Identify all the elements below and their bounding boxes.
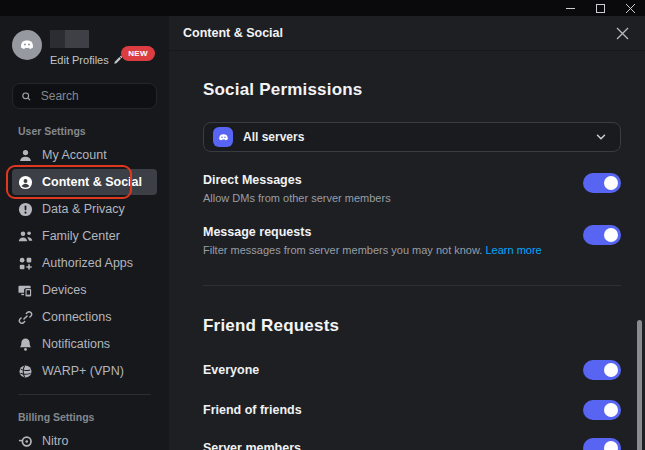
message-requests-toggle[interactable] <box>583 225 621 245</box>
sidebar-item-label: Content & Social <box>42 175 142 189</box>
friend-requests-heading: Friend Requests <box>203 316 621 336</box>
sidebar-item-nitro[interactable]: Nitro <box>12 428 157 450</box>
sidebar-item-family-center[interactable]: Family Center <box>12 223 157 249</box>
discord-icon <box>213 127 233 147</box>
setting-row-direct-messages: Direct Messages Allow DMs from other ser… <box>203 173 621 204</box>
row-title: Everyone <box>203 363 567 377</box>
apps-icon <box>18 256 33 271</box>
toggle-knob <box>604 228 618 242</box>
setting-row-everyone: Everyone <box>203 360 621 380</box>
friend-of-friends-toggle[interactable] <box>583 400 621 420</box>
maximize-icon[interactable] <box>585 0 615 16</box>
row-title: Friend of friends <box>203 403 567 417</box>
social-permissions-heading: Social Permissions <box>203 80 621 100</box>
people-icon <box>18 229 33 244</box>
setting-row-server-members: Server members <box>203 438 621 450</box>
everyone-toggle[interactable] <box>583 360 621 380</box>
new-badge: NEW <box>121 46 155 61</box>
content-header: Content & Social <box>169 16 645 50</box>
server-members-toggle[interactable] <box>583 438 621 450</box>
username-redacted <box>50 30 123 48</box>
devices-icon <box>18 283 33 298</box>
section-label-user-settings: User Settings <box>18 125 157 137</box>
sidebar-item-label: Authorized Apps <box>42 256 133 270</box>
sidebar-item-label: Data & Privacy <box>42 202 125 216</box>
link-icon <box>18 310 33 325</box>
nitro-icon <box>18 434 33 449</box>
sidebar-item-label: My Account <box>42 148 107 162</box>
sidebar-item-notifications[interactable]: Notifications <box>12 331 157 357</box>
scrollbar-thumb[interactable] <box>637 320 642 450</box>
direct-messages-toggle[interactable] <box>583 173 621 193</box>
row-subtitle: Filter messages from server members you … <box>203 244 567 256</box>
sidebar-divider <box>18 394 151 395</box>
content-body: Social Permissions All servers <box>169 50 645 450</box>
sidebar-item-content-and-social[interactable]: Content & Social <box>12 169 157 195</box>
sidebar-item-label: WARP+ (VPN) <box>42 364 124 378</box>
profile-info: Edit Profiles <box>50 30 123 66</box>
sidebar-item-label: Devices <box>42 283 86 297</box>
minimize-icon[interactable] <box>555 0 585 16</box>
sidebar-item-devices[interactable]: Devices <box>12 277 157 303</box>
server-filter-select[interactable]: All servers <box>203 122 621 152</box>
row-title: Server members <box>203 441 567 450</box>
setting-row-friend-of-friends: Friend of friends <box>203 400 621 420</box>
learn-more-link[interactable]: Learn more <box>485 244 541 256</box>
settings-sidebar: Edit Profiles NEW User Settings <box>0 16 169 450</box>
row-title: Direct Messages <box>203 173 567 187</box>
exclamation-circle-icon <box>18 202 33 217</box>
edit-profiles-button[interactable]: Edit Profiles <box>50 54 123 66</box>
sidebar-item-authorized-apps[interactable]: Authorized Apps <box>12 250 157 276</box>
row-subtitle: Allow DMs from other server members <box>203 192 567 204</box>
setting-row-message-requests: Message requests Filter messages from se… <box>203 225 621 256</box>
person-icon <box>18 148 33 163</box>
search-box[interactable] <box>12 83 157 109</box>
sidebar-item-label: Family Center <box>42 229 120 243</box>
toggle-knob <box>604 363 618 377</box>
window-titlebar <box>0 0 645 16</box>
search-icon <box>21 90 32 103</box>
settings-close-icon[interactable] <box>611 22 633 44</box>
discord-settings-window: Edit Profiles NEW User Settings <box>0 0 645 450</box>
sidebar-item-connections[interactable]: Connections <box>12 304 157 330</box>
page-title: Content & Social <box>183 26 283 40</box>
row-subtitle-text: Filter messages from server members you … <box>203 244 482 256</box>
toggle-knob <box>604 441 618 450</box>
sidebar-item-warp-vpn[interactable]: WARP+ (VPN) <box>12 358 157 384</box>
sidebar-item-label: Nitro <box>42 434 68 448</box>
sidebar-item-label: Connections <box>42 310 112 324</box>
sidebar-item-label: Notifications <box>42 337 110 351</box>
sidebar-item-my-account[interactable]: My Account <box>12 142 157 168</box>
settings-content: Content & Social Social Permissions All … <box>169 16 645 450</box>
search-input[interactable] <box>39 88 148 104</box>
toggle-knob <box>604 403 618 417</box>
toggle-knob <box>604 176 618 190</box>
section-divider <box>203 285 621 286</box>
avatar[interactable] <box>12 30 42 60</box>
close-icon[interactable] <box>615 0 645 16</box>
globe-icon <box>18 364 33 379</box>
edit-profiles-label: Edit Profiles <box>50 54 109 66</box>
sidebar-item-data-and-privacy[interactable]: Data & Privacy <box>12 196 157 222</box>
section-label-billing-settings: Billing Settings <box>18 411 157 423</box>
bell-icon <box>18 337 33 352</box>
profile-card: Edit Profiles NEW <box>12 30 157 68</box>
person-circle-icon <box>18 175 33 190</box>
discord-logo-icon <box>18 36 36 54</box>
row-title: Message requests <box>203 225 567 239</box>
chevron-down-icon <box>594 130 608 144</box>
server-filter-value: All servers <box>243 130 304 144</box>
